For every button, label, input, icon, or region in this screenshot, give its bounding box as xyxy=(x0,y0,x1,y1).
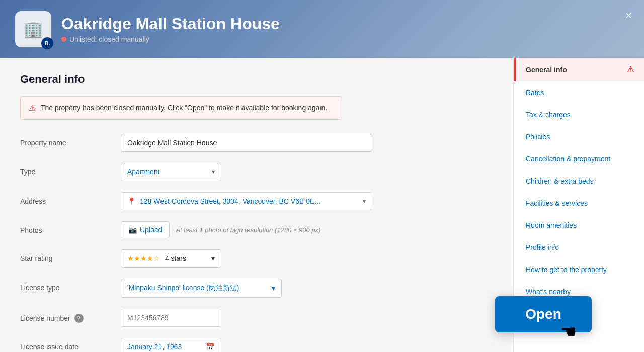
sidebar-item-policies[interactable]: Policies xyxy=(514,126,644,148)
upload-label: Upload xyxy=(140,226,162,234)
license-issue-date-label: License issue date xyxy=(20,338,121,351)
license-number-label: License number ? xyxy=(20,309,121,323)
star-rating-value: 4 stars xyxy=(165,254,186,262)
photos-controls: 📷 Upload At least 1 photo of high resolu… xyxy=(121,221,372,238)
star-icons: ★★★★☆ xyxy=(127,254,160,262)
sidebar-item-facilities-services[interactable]: Facilities & services xyxy=(514,192,644,214)
content-area: General info ⚠ The property has been clo… xyxy=(0,58,513,352)
close-button[interactable]: × xyxy=(625,9,632,22)
license-type-value: 'Minpaku Shinpo' license (民泊新法) xyxy=(127,284,239,293)
chevron-down-icon: ▾ xyxy=(211,254,215,262)
warning-icon: ⚠ xyxy=(627,65,634,74)
status-dot xyxy=(61,37,66,42)
sidebar-item-profile-info[interactable]: Profile info xyxy=(514,236,644,258)
help-icon[interactable]: ? xyxy=(74,314,84,323)
type-row: Type Apartment ▾ xyxy=(20,163,372,181)
sidebar-item-rates[interactable]: Rates xyxy=(514,81,644,104)
license-type-label: License type xyxy=(20,279,121,292)
popup-overlay: Open ☛ xyxy=(443,277,644,352)
alert-message: The property has been closed manually. C… xyxy=(41,103,327,113)
type-label: Type xyxy=(20,163,121,176)
chevron-down-icon: ▾ xyxy=(272,284,275,292)
alert-banner: ⚠ The property has been closed manually.… xyxy=(20,96,342,120)
sidebar-item-label: Policies xyxy=(526,133,550,141)
photos-row: Photos 📷 Upload At least 1 photo of high… xyxy=(20,221,372,238)
alert-icon: ⚠ xyxy=(29,103,36,113)
property-logo: 🏢 B. xyxy=(15,11,51,47)
address-left: 📍 128 West Cordova Street, 3304, Vancouv… xyxy=(127,197,320,205)
building-icon: 🏢 xyxy=(23,20,43,39)
chevron-down-icon: ▾ xyxy=(212,168,215,175)
pin-icon: 📍 xyxy=(127,197,136,205)
address-label: Address xyxy=(20,192,121,205)
cursor-icon: ☛ xyxy=(560,321,577,342)
camera-icon: 📷 xyxy=(128,226,137,234)
star-rating-wrap: ★★★★☆ 4 stars ▾ xyxy=(121,249,372,268)
star-rating-label: Star rating xyxy=(20,249,121,262)
sidebar-item-label: How to get to the property xyxy=(526,266,607,274)
sidebar-item-room-amenities[interactable]: Room amenities xyxy=(514,214,644,236)
stars-display: ★★★★☆ 4 stars xyxy=(127,254,186,262)
license-issue-date-picker[interactable]: January 21, 1963 📅 xyxy=(121,338,221,352)
address-row: Address 📍 128 West Cordova Street, 3304,… xyxy=(20,192,372,210)
header-title-block: Oakridge Mall Station House Unlisted: cl… xyxy=(61,15,280,43)
type-value: Apartment xyxy=(127,168,160,176)
type-wrap: Apartment ▾ xyxy=(121,163,372,181)
star-rating-select[interactable]: ★★★★☆ 4 stars ▾ xyxy=(121,249,221,268)
status-text: Unlisted: closed manually xyxy=(69,35,149,43)
page-title: General info xyxy=(20,73,493,86)
sidebar-item-tax-charges[interactable]: Tax & charges xyxy=(514,104,644,126)
license-type-select[interactable]: 'Minpaku Shinpo' license (民泊新法) ▾ xyxy=(121,279,282,298)
sidebar-item-cancellation[interactable]: Cancellation & prepayment xyxy=(514,148,644,170)
sidebar-item-children-beds[interactable]: Children & extra beds xyxy=(514,170,644,192)
property-name-row: Property name xyxy=(20,134,372,152)
sidebar-item-label: Rates xyxy=(526,89,544,97)
license-number-input[interactable] xyxy=(121,309,221,327)
sidebar-item-general-info[interactable]: General info ⚠ xyxy=(514,58,644,81)
open-button-container: Open ☛ xyxy=(495,296,592,332)
license-label-row: License number ? xyxy=(20,314,121,323)
sidebar-item-label: Facilities & services xyxy=(526,199,588,207)
sidebar-item-label: Children & extra beds xyxy=(526,177,594,185)
address-field[interactable]: 📍 128 West Cordova Street, 3304, Vancouv… xyxy=(121,192,372,210)
address-value: 128 West Cordova Street, 3304, Vancouver… xyxy=(140,197,320,205)
calendar-icon: 📅 xyxy=(206,343,215,351)
date-value: January 21, 1963 xyxy=(127,343,182,351)
property-title: Oakridge Mall Station House xyxy=(61,15,280,33)
license-type-row: License type 'Minpaku Shinpo' license (民… xyxy=(20,279,372,298)
license-type-wrap: 'Minpaku Shinpo' license (民泊新法) ▾ xyxy=(121,279,372,298)
license-issue-date-wrap: January 21, 1963 📅 xyxy=(121,338,372,352)
brand-badge: B. xyxy=(41,37,53,49)
upload-button[interactable]: 📷 Upload xyxy=(121,221,170,238)
address-wrap: 📍 128 West Cordova Street, 3304, Vancouv… xyxy=(121,192,372,210)
status-row: Unlisted: closed manually xyxy=(61,35,280,43)
property-name-label: Property name xyxy=(20,134,121,147)
license-issue-date-row: License issue date January 21, 1963 📅 xyxy=(20,338,372,352)
photos-label: Photos xyxy=(20,221,121,234)
chevron-down-icon: ▾ xyxy=(363,198,366,205)
sidebar-item-label: Room amenities xyxy=(526,221,577,229)
property-name-input[interactable] xyxy=(121,134,372,152)
property-name-wrap xyxy=(121,134,372,152)
license-number-wrap xyxy=(121,309,372,327)
star-rating-row: Star rating ★★★★☆ 4 stars ▾ xyxy=(20,249,372,268)
header: 🏢 B. Oakridge Mall Station House Unliste… xyxy=(0,0,644,58)
photo-hint: At least 1 photo of high resolution (128… xyxy=(176,226,320,234)
sidebar-item-label: Tax & charges xyxy=(526,111,571,119)
sidebar-item-label: Cancellation & prepayment xyxy=(526,155,610,163)
photos-wrap: 📷 Upload At least 1 photo of high resolu… xyxy=(121,221,372,238)
type-select[interactable]: Apartment ▾ xyxy=(121,163,221,181)
sidebar-item-label: Profile info xyxy=(526,243,559,251)
open-button[interactable]: Open xyxy=(495,296,592,332)
sidebar-item-label: General info xyxy=(526,66,567,74)
license-number-row: License number ? xyxy=(20,309,372,327)
